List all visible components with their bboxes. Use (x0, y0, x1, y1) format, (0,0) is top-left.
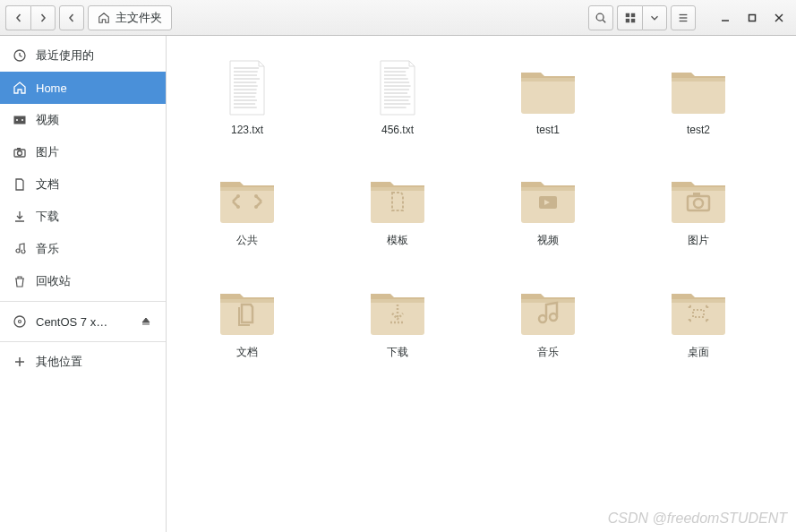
separator (0, 301, 166, 302)
sidebar-item-clock[interactable]: 最近使用的 (0, 39, 166, 72)
item-label: 桌面 (688, 345, 709, 360)
item-label: test2 (687, 124, 710, 136)
folder-item[interactable]: 桌面 (627, 275, 770, 360)
menu-button[interactable] (671, 5, 696, 30)
chevron-left-icon (67, 13, 76, 22)
folder-icon (666, 54, 731, 118)
folder-icon (666, 275, 731, 339)
close-icon (775, 13, 783, 22)
folder-icon (516, 163, 580, 227)
svg-point-0 (596, 13, 603, 21)
svg-rect-2 (625, 13, 629, 16)
close-button[interactable] (767, 6, 791, 30)
eject-icon[interactable] (139, 314, 153, 329)
item-label: 456.txt (381, 124, 414, 136)
breadcrumb[interactable]: 主文件夹 (88, 5, 172, 30)
breadcrumb-label: 主文件夹 (116, 10, 162, 26)
list-view-button[interactable] (642, 5, 667, 30)
svg-rect-50 (521, 187, 575, 191)
maximize-button[interactable] (740, 6, 764, 30)
separator (0, 341, 166, 342)
svg-rect-10 (749, 14, 756, 21)
forward-button[interactable] (30, 5, 56, 30)
sidebar: 最近使用的Home视频图片文档下载音乐回收站CentOS 7 x…其他位置 (0, 36, 167, 532)
folder-item[interactable]: test1 (476, 54, 620, 136)
sidebar-item-document[interactable]: 文档 (0, 168, 166, 201)
folder-icon (215, 275, 279, 339)
sidebar-item-label: 最近使用的 (36, 47, 94, 64)
sidebar-item-label: 下载 (36, 209, 59, 225)
music-icon (13, 242, 27, 256)
svg-rect-5 (630, 18, 634, 21)
svg-rect-62 (521, 299, 575, 303)
sidebar-item-music[interactable]: 音乐 (0, 233, 166, 265)
plus-icon (13, 355, 27, 369)
view-buttons (617, 5, 667, 30)
svg-rect-58 (220, 299, 274, 303)
folder-item[interactable]: 文档 (175, 275, 319, 360)
content-pane: 123.txt 456.txt test1 test2 公共 模板 视频 图片 (167, 36, 796, 532)
folder-item[interactable]: 音乐 (476, 275, 620, 360)
back-button[interactable] (5, 5, 30, 30)
sidebar-item-home[interactable]: Home (0, 72, 166, 104)
minimize-button[interactable] (714, 6, 737, 30)
sidebar-item-label: CentOS 7 x… (36, 315, 107, 329)
file-grid: 123.txt 456.txt test1 test2 公共 模板 视频 图片 (175, 54, 787, 360)
titlebar: 主文件夹 (0, 0, 796, 36)
svg-rect-56 (693, 193, 700, 196)
document-icon (13, 177, 27, 192)
folder-item[interactable]: 模板 (326, 163, 469, 248)
item-label: test1 (536, 124, 560, 136)
svg-rect-39 (672, 78, 725, 114)
sidebar-item-label: 图片 (36, 144, 59, 160)
clock-icon (13, 48, 27, 63)
sidebar-item-label: 其他位置 (36, 354, 82, 370)
sidebar-item-video[interactable]: 视频 (0, 104, 166, 136)
folder-icon (365, 275, 430, 339)
svg-line-1 (603, 20, 605, 22)
svg-rect-41 (220, 187, 274, 223)
folder-item[interactable]: 图片 (627, 163, 770, 248)
svg-rect-66 (672, 299, 725, 303)
svg-point-46 (254, 194, 258, 198)
folder-item[interactable]: 公共 (175, 163, 319, 248)
path-parent-button[interactable] (59, 5, 84, 30)
svg-rect-3 (630, 13, 634, 16)
camera-icon (13, 145, 27, 159)
file-item[interactable]: 123.txt (175, 54, 319, 136)
svg-point-44 (236, 194, 240, 198)
folder-icon (516, 275, 580, 339)
svg-rect-53 (672, 187, 725, 191)
search-button[interactable] (588, 5, 613, 30)
item-label: 公共 (236, 233, 258, 248)
chevron-left-icon (14, 13, 23, 22)
folder-item[interactable]: 视频 (476, 163, 620, 248)
hamburger-icon (677, 12, 689, 24)
svg-point-45 (254, 205, 258, 209)
text-icon (365, 54, 430, 118)
sidebar-item-label: 音乐 (36, 241, 59, 257)
svg-rect-48 (371, 187, 424, 191)
folder-item[interactable]: test2 (627, 54, 770, 136)
video-icon (13, 113, 27, 127)
folder-icon (365, 163, 430, 227)
sidebar-item-camera[interactable]: 图片 (0, 136, 166, 168)
svg-rect-42 (220, 187, 274, 191)
sidebar-item-download[interactable]: 下载 (0, 201, 166, 233)
home-icon (98, 12, 110, 24)
minimize-icon (721, 13, 730, 22)
search-icon (595, 12, 607, 24)
chevron-right-icon (39, 13, 47, 22)
sidebar-item-trash[interactable]: 回收站 (0, 265, 166, 297)
sidebar-item-label: Home (36, 82, 67, 95)
text-icon (215, 54, 279, 118)
sidebar-item-label: 视频 (36, 112, 59, 128)
sidebar-item-disk[interactable]: CentOS 7 x… (0, 305, 166, 338)
disc-icon (13, 314, 27, 329)
sidebar-item-other[interactable]: 其他位置 (0, 346, 166, 378)
icon-view-button[interactable] (617, 5, 642, 30)
file-item[interactable]: 456.txt (326, 54, 469, 136)
sidebar-item-label: 文档 (36, 176, 59, 193)
item-label: 音乐 (537, 345, 559, 360)
folder-item[interactable]: 下载 (326, 275, 469, 360)
